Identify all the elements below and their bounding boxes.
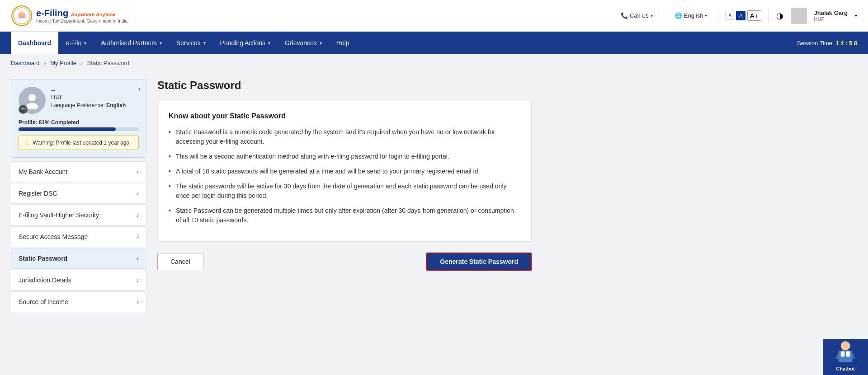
nav-item-dashboard[interactable]: Dashboard — [11, 32, 58, 54]
svg-point-4 — [26, 103, 38, 109]
menu-arrow-static: › — [137, 255, 139, 262]
nav-item-services[interactable]: Services ▾ — [169, 32, 213, 54]
info-point-5: Static Password can be generated multipl… — [169, 206, 520, 225]
profile-progress-bar-bg — [19, 127, 139, 131]
menu-arrow-bank: › — [137, 168, 139, 175]
session-time: Session Time 1 4 : 5 8 — [797, 40, 857, 47]
logo-efiling-text: e-Filing Anywhere Anytime — [36, 8, 127, 19]
menu-arrow-jurisdiction: › — [137, 277, 139, 284]
font-small-button[interactable]: A — [726, 12, 734, 19]
user-avatar — [791, 8, 807, 24]
call-dropdown-icon: ▾ — [651, 13, 653, 18]
breadcrumb-sep-2: › — [81, 60, 83, 66]
profile-card: 📷 -- HUF Language Preference: English › … — [11, 79, 146, 158]
font-large-button[interactable]: A+ — [747, 10, 761, 21]
globe-icon: 🌐 — [675, 12, 682, 19]
user-dropdown-icon: ▾ — [855, 13, 857, 18]
menu-item-secure-access[interactable]: Secure Access Message › — [11, 226, 146, 247]
sidebar: 📷 -- HUF Language Preference: English › … — [11, 79, 146, 313]
services-dropdown-icon: ▾ — [203, 41, 206, 46]
cancel-button[interactable]: Cancel — [157, 253, 203, 270]
breadcrumb-my-profile[interactable]: My Profile — [50, 60, 76, 66]
profile-info: -- HUF Language Preference: English — [51, 87, 139, 108]
call-us-button[interactable]: 📞 Call Us ▾ — [617, 10, 656, 21]
profile-expand-button[interactable]: › — [138, 85, 141, 93]
profile-progress: Profile: 81% Completed — [19, 119, 139, 131]
menu-item-efiling-vault[interactable]: E-filing Vault-Higher Security › — [11, 205, 146, 225]
content-area: Static Password Know about your Static P… — [157, 79, 532, 313]
font-controls: A A A+ — [726, 10, 761, 21]
session-time-value: 1 4 : 5 8 — [835, 40, 857, 47]
page-title: Static Password — [157, 79, 532, 92]
logo-container: 🪷 e-Filing Anywhere Anytime Income Tax D… — [11, 5, 127, 27]
svg-text:🪷: 🪷 — [17, 10, 27, 20]
profile-top: 📷 -- HUF Language Preference: English › — [19, 87, 139, 114]
chatbot-widget[interactable]: Chatbot — [823, 339, 868, 375]
divider-2 — [718, 9, 718, 22]
svg-point-3 — [28, 94, 36, 101]
pending-dropdown-icon: ▾ — [268, 41, 270, 46]
chatbot-figure-icon — [832, 339, 859, 366]
menu-item-my-bank-account[interactable]: My Bank Account › — [11, 161, 146, 182]
user-name: Jhalak Garg — [814, 9, 848, 16]
breadcrumb-dashboard[interactable]: Dashboard — [11, 60, 40, 66]
menu-item-static-password[interactable]: Static Password › — [11, 248, 146, 269]
breadcrumb-current: Static Password — [87, 60, 129, 66]
svg-rect-8 — [846, 351, 850, 356]
navigation: Dashboard e-File ▾ Authorised Partners ▾… — [0, 32, 868, 54]
profile-avatar-wrap: 📷 — [19, 87, 46, 114]
info-box: Know about your Static Password Static P… — [157, 101, 532, 242]
info-point-2: This will be a second authentication met… — [169, 152, 520, 161]
menu-arrow-income: › — [137, 298, 139, 305]
menu-item-source-of-income[interactable]: Source of Income › — [11, 291, 146, 312]
phone-icon: 📞 — [621, 12, 628, 19]
profile-progress-bar-fill — [19, 127, 116, 131]
contrast-button[interactable]: ◑ — [776, 11, 783, 21]
menu-arrow-dsc: › — [137, 190, 139, 197]
nav-item-pending-actions[interactable]: Pending Actions ▾ — [213, 32, 278, 54]
header-right: 📞 Call Us ▾ 🌐 English ▾ A A A+ ◑ Jhalak … — [617, 8, 857, 24]
emblem-icon: 🪷 — [11, 5, 33, 27]
profile-lang: Language Preference: English — [51, 102, 139, 108]
svg-rect-7 — [841, 351, 845, 356]
partners-dropdown-icon: ▾ — [160, 41, 162, 46]
info-point-4: The static passwords will be active for … — [169, 182, 520, 201]
nav-item-grievances[interactable]: Grievances ▾ — [278, 32, 329, 54]
button-row: Cancel Generate Static Password — [157, 253, 532, 271]
menu-arrow-vault: › — [137, 211, 139, 219]
info-point-3: A total of 10 static passwords will be g… — [169, 167, 520, 176]
chatbot-label: Chatbot — [836, 366, 855, 371]
user-info[interactable]: Jhalak Garg HUF — [814, 9, 848, 22]
profile-progress-label: Profile: 81% Completed — [19, 119, 139, 126]
svg-rect-6 — [839, 351, 853, 362]
menu-item-jurisdiction-details[interactable]: Jurisdiction Details › — [11, 270, 146, 291]
generate-static-password-button[interactable]: Generate Static Password — [426, 253, 532, 271]
logo-dept-text: Income Tax Department, Government of Ind… — [36, 19, 127, 24]
svg-point-5 — [841, 341, 850, 351]
divider-3 — [769, 9, 769, 22]
divider-1 — [664, 9, 664, 22]
lang-dropdown-icon: ▾ — [705, 13, 707, 18]
logo-text: e-Filing Anywhere Anytime Income Tax Dep… — [36, 8, 127, 24]
language-selector[interactable]: 🌐 English ▾ — [671, 10, 711, 21]
camera-icon[interactable]: 📷 — [19, 105, 28, 114]
user-type: HUF — [814, 16, 848, 22]
header: 🪷 e-Filing Anywhere Anytime Income Tax D… — [0, 0, 868, 32]
info-point-1: Static Password is a numeric code genera… — [169, 127, 520, 146]
breadcrumb-sep-1: › — [44, 60, 46, 66]
warning-icon: ⚠ — [24, 140, 29, 146]
info-box-title: Know about your Static Password — [169, 112, 520, 120]
info-list: Static Password is a numeric code genera… — [169, 127, 520, 225]
nav-item-authorised-partners[interactable]: Authorised Partners ▾ — [94, 32, 169, 54]
menu-arrow-secure: › — [137, 233, 139, 240]
font-medium-button[interactable]: A — [736, 11, 745, 20]
warning-box: ⚠ Warning: Profile last updated 1 year a… — [19, 136, 139, 150]
main-content: 📷 -- HUF Language Preference: English › … — [0, 72, 542, 320]
profile-name: -- — [51, 87, 139, 94]
nav-item-help[interactable]: Help — [329, 32, 357, 54]
breadcrumb: Dashboard › My Profile › Static Password — [0, 54, 868, 72]
profile-type: HUF — [51, 94, 139, 100]
efile-dropdown-icon: ▾ — [84, 41, 86, 46]
menu-item-register-dsc[interactable]: Register DSC › — [11, 183, 146, 204]
nav-item-efile[interactable]: e-File ▾ — [58, 32, 94, 54]
